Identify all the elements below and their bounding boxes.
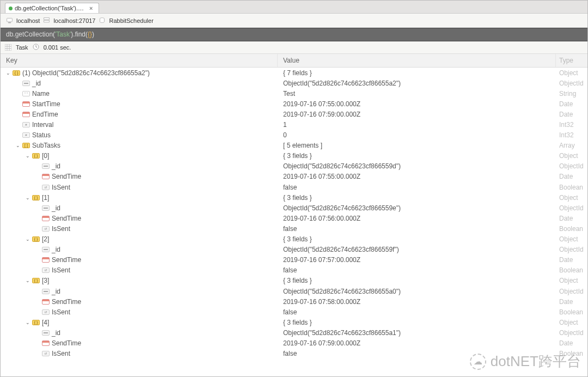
chevron-down-icon[interactable]: ⌄ — [24, 195, 31, 200]
date-icon — [22, 100, 30, 108]
tree-row[interactable]: ›SendTime2019-07-16 07:57:00.000ZDate — [1, 255, 587, 265]
row-value: false — [278, 350, 556, 357]
svg-rect-2 — [44, 18, 50, 20]
row-value: { 3 fields } — [278, 194, 556, 202]
bool-icon: t/f — [41, 266, 50, 274]
obj-icon: { } — [32, 319, 40, 326]
tree-row[interactable]: ›" "NameTestString — [1, 88, 587, 99]
obj-icon: { } — [32, 235, 40, 243]
obj-icon: { } — [32, 277, 40, 284]
app-window: db.getCollection('Task').… × localhost l… — [0, 0, 588, 377]
tree-row[interactable]: ›_idObjectId("5d2d826c74c6623cf86655a2")… — [1, 78, 587, 88]
row-key: _id — [52, 288, 60, 295]
row-value: { 3 fields } — [278, 152, 556, 160]
tree-row[interactable]: ›t/fIsSentfalseBoolean — [1, 349, 587, 359]
tree-row[interactable]: ⌄{ }[3]{ 3 fields }Object — [1, 276, 587, 286]
tree-row[interactable]: ›_idObjectId("5d2d826c74c6623cf86655a0")… — [1, 286, 587, 296]
tree-row[interactable]: ›t/fIsSentfalseBoolean — [1, 182, 587, 192]
row-value: { 3 fields } — [278, 277, 556, 284]
tree-row[interactable]: ⌄{ }[4]{ 3 fields }Object — [1, 317, 587, 327]
row-type: Object — [556, 319, 587, 326]
row-type: Boolean — [556, 266, 587, 274]
chevron-down-icon[interactable]: ⌄ — [24, 320, 31, 325]
tree-row[interactable]: ›_idObjectId("5d2d826c74c6623cf866559d")… — [1, 161, 587, 172]
row-type: Object — [556, 277, 587, 284]
tree-row[interactable]: ⌄{ }[1]{ 3 fields }Object — [1, 192, 587, 203]
row-key: (1) ObjectId("5d2d826c74c6623cf86655a2") — [22, 69, 150, 77]
tree-row[interactable]: ›SendTime2019-07-16 07:56:00.000ZDate — [1, 213, 587, 223]
tree-row[interactable]: ›t/fIsSentfalseBoolean — [1, 223, 587, 234]
tree-row[interactable]: ›StartTime2019-07-16 07:55:00.000ZDate — [1, 99, 587, 109]
objid-icon — [41, 246, 50, 253]
row-type: Object — [556, 152, 587, 160]
tree-row[interactable]: ›_idObjectId("5d2d826c74c6623cf866559e")… — [1, 203, 587, 213]
row-type: Object — [556, 235, 587, 243]
row-type: ObjectId — [556, 329, 587, 337]
row-type: Date — [556, 215, 587, 222]
column-value[interactable]: Value — [278, 54, 556, 67]
tree-row[interactable]: ›t/fIsSentfalseBoolean — [1, 265, 587, 276]
tree-row[interactable]: ›t/fIsSentfalseBoolean — [1, 307, 587, 317]
date-icon — [41, 298, 50, 306]
date-icon — [41, 339, 50, 347]
breadcrumb-hostport[interactable]: localhost:27017 — [53, 17, 95, 24]
chevron-down-icon[interactable]: ⌄ — [24, 153, 31, 159]
tree-row[interactable]: ⌄{ }[2]{ 3 fields }Object — [1, 234, 587, 245]
tree-row[interactable]: ›EndTime2019-07-16 07:59:00.000ZDate — [1, 109, 587, 119]
tree-row[interactable]: ⌄{ }(1) ObjectId("5d2d826c74c6623cf86655… — [1, 68, 587, 78]
tab-bar: db.getCollection('Task').… × — [1, 1, 587, 14]
row-key: Status — [32, 131, 51, 139]
svg-rect-1 — [8, 22, 11, 23]
row-key: [4] — [42, 319, 49, 326]
result-tree[interactable]: ⌄{ }(1) ObjectId("5d2d826c74c6623cf86655… — [1, 68, 587, 376]
row-type: ObjectId — [556, 162, 587, 170]
tree-row[interactable]: ›SendTime2019-07-16 07:59:00.000ZDate — [1, 338, 587, 348]
tab-query[interactable]: db.getCollection('Task').… × — [5, 3, 99, 13]
row-value: 2019-07-16 07:55:00.000Z — [278, 173, 556, 180]
row-key: IsSent — [52, 225, 70, 233]
row-key: SubTasks — [32, 142, 60, 149]
row-value: [ 5 elements ] — [278, 142, 556, 149]
tree-row[interactable]: ›SendTime2019-07-16 07:58:00.000ZDate — [1, 296, 587, 307]
row-key: Interval — [32, 121, 53, 129]
column-header: Key Value Type — [1, 54, 587, 68]
query-mid: ).find( — [71, 31, 88, 38]
chevron-down-icon[interactable]: ⌄ — [24, 236, 31, 242]
row-value: { 3 fields } — [278, 235, 556, 243]
obj-icon: { } — [32, 152, 40, 160]
row-key: SendTime — [52, 173, 81, 180]
clock-icon — [33, 44, 39, 51]
chevron-down-icon[interactable]: ⌄ — [15, 143, 21, 148]
tree-row[interactable]: ›#Interval1Int32 — [1, 119, 587, 130]
row-value: ObjectId("5d2d826c74c6623cf86655a1") — [278, 329, 556, 337]
breadcrumb-host[interactable]: localhost — [16, 17, 40, 24]
chevron-down-icon[interactable]: ⌄ — [5, 70, 11, 76]
row-value: 2019-07-16 07:59:00.000Z — [278, 339, 556, 347]
tree-row[interactable]: ⌄{ }[0]{ 3 fields }Object — [1, 151, 587, 161]
row-value: false — [278, 184, 556, 191]
tree-row[interactable]: ⌄[ ]SubTasks[ 5 elements ]Array — [1, 141, 587, 151]
query-prefix: db.getCollection( — [6, 31, 55, 38]
objid-icon — [41, 162, 50, 170]
server-icon — [43, 17, 50, 24]
tree-row[interactable]: ›_idObjectId("5d2d826c74c6623cf86655a1")… — [1, 327, 587, 338]
row-value: { 3 fields } — [278, 319, 556, 326]
tree-row[interactable]: ›#Status0Int32 — [1, 130, 587, 141]
bool-icon: t/f — [41, 225, 50, 233]
query-string: 'Task' — [55, 31, 71, 38]
breadcrumb-db[interactable]: RabbitScheduler — [109, 17, 153, 24]
int-icon: # — [22, 121, 30, 129]
column-key[interactable]: Key — [1, 54, 278, 67]
row-type: Date — [556, 100, 587, 108]
row-key: SendTime — [52, 256, 81, 264]
row-value: Test — [278, 90, 556, 98]
row-key: IsSent — [52, 350, 70, 357]
column-type[interactable]: Type — [556, 54, 587, 67]
query-bar[interactable]: db.getCollection('Task').find({}) — [1, 28, 587, 41]
tree-row[interactable]: ›SendTime2019-07-16 07:55:00.000ZDate — [1, 172, 587, 182]
objid-icon — [41, 204, 50, 212]
close-icon[interactable]: × — [89, 5, 93, 11]
tree-row[interactable]: ›_idObjectId("5d2d826c74c6623cf866559f")… — [1, 245, 587, 255]
row-value: 2019-07-16 07:56:00.000Z — [278, 215, 556, 222]
chevron-down-icon[interactable]: ⌄ — [24, 278, 31, 283]
